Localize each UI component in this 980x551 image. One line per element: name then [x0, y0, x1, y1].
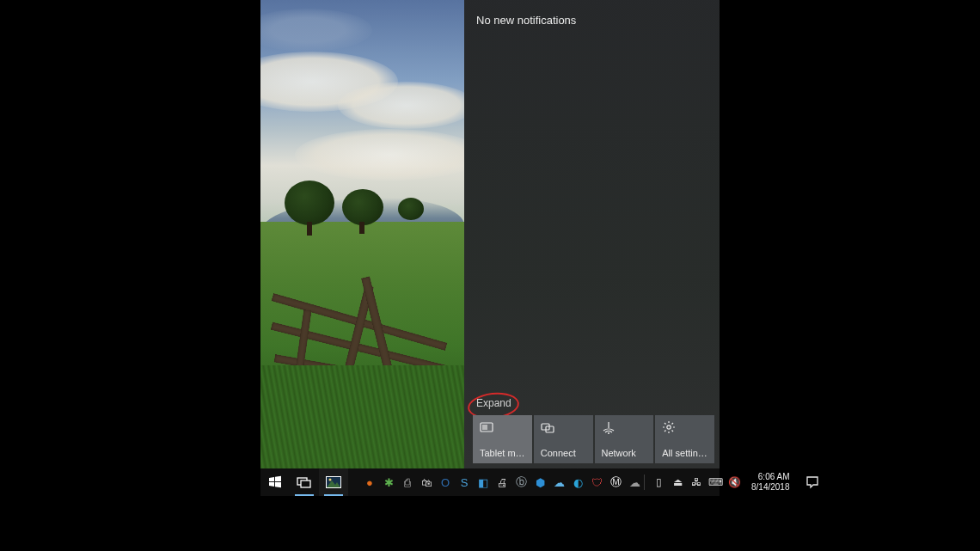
quick-action-all-settings[interactable]: All settings: [655, 415, 714, 463]
quick-action-network[interactable]: Network: [595, 415, 654, 463]
tray-app-app2[interactable]: ✱: [381, 474, 396, 490]
photos-app-button[interactable]: [319, 468, 348, 496]
system-tray-network-icon[interactable]: 🖧: [689, 475, 703, 489]
tray-app-app7[interactable]: ◧: [475, 474, 491, 490]
expand-button[interactable]: Expand: [476, 397, 511, 409]
quick-action-label: Connect: [541, 448, 586, 458]
system-tray-hardware-icon[interactable]: ⏏: [671, 475, 684, 489]
system-tray-volume-icon[interactable]: 🔇: [727, 475, 741, 489]
notifications-button[interactable]: [800, 468, 824, 496]
tray-app-app4[interactable]: 🛍: [419, 474, 434, 490]
quick-action-label: Network: [602, 448, 647, 458]
tray-app-app3[interactable]: ⎙: [400, 474, 415, 490]
settings-icon: [662, 420, 676, 434]
tray-app-app14[interactable]: Ⓜ: [608, 474, 623, 490]
tray-app-app8[interactable]: 🖨: [494, 474, 510, 490]
tray-separator: [644, 474, 645, 490]
quick-action-connect[interactable]: Connect: [534, 415, 593, 463]
svg-line-11: [665, 423, 666, 425]
tray-app-app6[interactable]: S: [456, 474, 472, 490]
tray-app-app12[interactable]: ◐: [570, 474, 585, 490]
system-tray: ▯⏏🖧⌨🔇 6:06 AM 8/14/2018: [642, 468, 826, 496]
photos-icon: [325, 475, 342, 489]
taskbar-left: [260, 468, 348, 496]
tablet-mode-icon: [480, 420, 493, 434]
system-tray-battery-icon[interactable]: ▯: [652, 475, 665, 489]
svg-point-4: [608, 432, 609, 434]
tray-app-app11[interactable]: ☁: [551, 474, 567, 490]
action-center-panel: No new notifications Expand Tablet mode …: [464, 0, 720, 468]
tray-app-app15[interactable]: ☁: [627, 474, 642, 490]
svg-point-20: [329, 479, 332, 481]
system-tray-input-icon[interactable]: ⌨: [708, 475, 722, 489]
svg-rect-16: [301, 481, 310, 487]
quick-action-label: All settings: [662, 448, 707, 458]
desktop-wallpaper: [260, 0, 464, 468]
svg-line-13: [665, 431, 666, 432]
svg-line-14: [672, 423, 674, 425]
svg-point-6: [667, 425, 671, 429]
notifications-header: No new notifications: [476, 14, 576, 27]
quick-actions-row: Tablet mode Connect Network All settings: [473, 415, 714, 463]
taskbar: ●✱⎙🛍OS◧🖨ⓑ⬢☁◐🛡Ⓜ☁ ▯⏏🖧⌨🔇 6:06 AM 8/14/2018: [260, 468, 720, 496]
tray-app-app1[interactable]: ●: [362, 474, 377, 490]
task-view-button[interactable]: [290, 468, 319, 496]
svg-line-12: [672, 431, 674, 432]
svg-rect-1: [482, 425, 487, 430]
start-button[interactable]: [260, 468, 290, 496]
clock-date: 8/14/2018: [751, 482, 790, 493]
quick-action-tablet-mode[interactable]: Tablet mode: [473, 415, 532, 463]
clock-time: 6:06 AM: [751, 472, 790, 482]
tray-app-app13[interactable]: 🛡: [589, 474, 604, 490]
taskbar-tray-apps: ●✱⎙🛍OS◧🖨ⓑ⬢☁◐🛡Ⓜ☁: [362, 474, 642, 490]
connect-icon: [541, 420, 554, 434]
network-icon: [602, 420, 616, 434]
tray-app-app9[interactable]: ⓑ: [513, 474, 529, 490]
notifications-icon: [805, 475, 819, 489]
task-view-icon: [297, 476, 312, 488]
clock[interactable]: 6:06 AM 8/14/2018: [746, 472, 795, 493]
quick-action-label: Tablet mode: [480, 448, 525, 458]
tray-app-app5[interactable]: O: [438, 474, 453, 490]
screenshot-stage: No new notifications Expand Tablet mode …: [260, 0, 720, 495]
tray-app-app10[interactable]: ⬢: [532, 474, 548, 490]
windows-logo-icon: [268, 475, 282, 489]
